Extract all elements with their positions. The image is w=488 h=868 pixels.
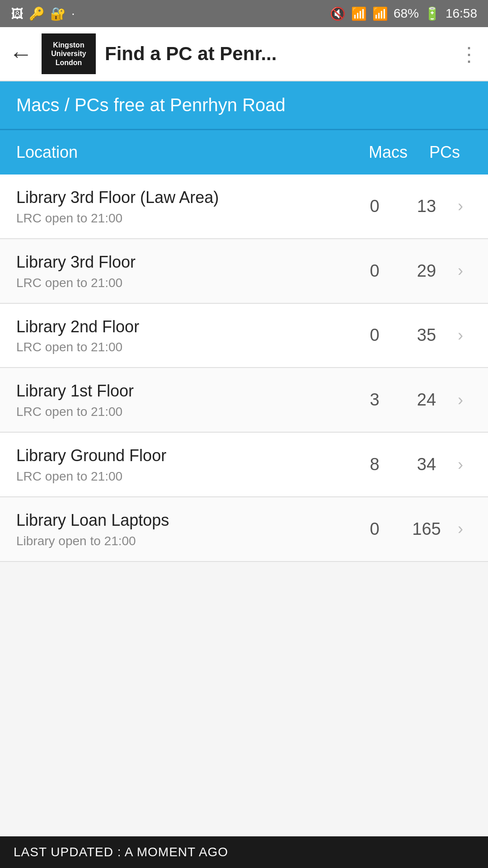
row-macs-count: 0: [345, 519, 404, 539]
location-name: Library 3rd Floor: [16, 252, 345, 273]
row-location: Library 2nd Floor LRC open to 21:00: [16, 316, 345, 355]
location-hours: LRC open to 21:00: [16, 340, 345, 354]
wifi-icon: 📶: [351, 6, 367, 21]
row-location: Library Ground Floor LRC open to 21:00: [16, 445, 345, 484]
row-pcs-count: 24: [404, 390, 449, 410]
row-pcs-count: 34: [404, 455, 449, 474]
row-location: Library Loan Laptops Library open to 21:…: [16, 510, 345, 548]
chevron-right-icon: ›: [449, 261, 472, 280]
signal-icon: 📶: [372, 6, 388, 21]
table-row[interactable]: Library 1st Floor LRC open to 21:00 3 24…: [0, 368, 488, 433]
location-hours: LRC open to 21:00: [16, 405, 345, 419]
table-row[interactable]: Library 3rd Floor (Law Area) LRC open to…: [0, 175, 488, 239]
column-header-pcs: PCs: [418, 143, 472, 162]
location-hours: LRC open to 21:00: [16, 276, 345, 290]
row-macs-count: 0: [345, 326, 404, 345]
row-location: Library 3rd Floor (Law Area) LRC open to…: [16, 187, 345, 226]
row-pcs-count: 13: [404, 197, 449, 216]
location-name: Library 2nd Floor: [16, 316, 345, 338]
footer: LAST UPDATED : A MOMENT AGO: [0, 836, 488, 868]
table-header-row: Location Macs PCs: [0, 129, 488, 175]
dot-icon: ·: [71, 6, 75, 21]
table-row[interactable]: Library 2nd Floor LRC open to 21:00 0 35…: [0, 304, 488, 368]
column-header-macs: Macs: [359, 143, 418, 162]
availability-table: Location Macs PCs Library 3rd Floor (Law…: [0, 129, 488, 836]
table-rows-container: Library 3rd Floor (Law Area) LRC open to…: [0, 175, 488, 562]
section-banner-text: Macs / PCs free at Penrhyn Road: [16, 95, 472, 115]
chevron-right-icon: ›: [449, 519, 472, 538]
row-pcs-count: 35: [404, 326, 449, 345]
battery-icon: 🔋: [424, 6, 440, 21]
row-macs-count: 3: [345, 390, 404, 410]
table-row[interactable]: Library Loan Laptops Library open to 21:…: [0, 497, 488, 562]
location-name: Library Loan Laptops: [16, 510, 345, 531]
lock-icon: 🔑: [29, 6, 45, 21]
row-location: Library 1st Floor LRC open to 21:00: [16, 381, 345, 419]
battery-percent: 68%: [394, 6, 419, 21]
time-display: 16:58: [446, 6, 477, 21]
status-left-icons: 🖼 🔑 🔐 ·: [11, 6, 75, 21]
chevron-right-icon: ›: [449, 391, 472, 410]
location-name: Library 1st Floor: [16, 381, 345, 402]
university-logo: KingstonUniversityLondon: [42, 33, 96, 74]
row-macs-count: 0: [345, 197, 404, 216]
location-name: Library 3rd Floor (Law Area): [16, 187, 345, 208]
status-bar: 🖼 🔑 🔐 · 🔇 📶 📶 68% 🔋 16:58: [0, 0, 488, 27]
column-header-location: Location: [16, 143, 359, 162]
chevron-right-icon: ›: [449, 197, 472, 216]
status-right-info: 🔇 📶 📶 68% 🔋 16:58: [330, 6, 477, 21]
row-macs-count: 0: [345, 261, 404, 281]
last-updated-text: LAST UPDATED : A MOMENT AGO: [14, 845, 228, 859]
location-name: Library Ground Floor: [16, 445, 345, 467]
mute-icon: 🔇: [330, 6, 346, 21]
back-button[interactable]: ←: [9, 40, 33, 67]
app-bar: ← KingstonUniversityLondon Find a PC at …: [0, 27, 488, 81]
table-row[interactable]: Library Ground Floor LRC open to 21:00 8…: [0, 433, 488, 497]
logo-text: KingstonUniversityLondon: [51, 41, 86, 67]
row-macs-count: 8: [345, 455, 404, 474]
table-row[interactable]: Library 3rd Floor LRC open to 21:00 0 29…: [0, 239, 488, 304]
chevron-right-icon: ›: [449, 326, 472, 345]
key-icon: 🔐: [50, 6, 66, 21]
location-hours: LRC open to 21:00: [16, 211, 345, 226]
location-hours: LRC open to 21:00: [16, 469, 345, 484]
location-hours: Library open to 21:00: [16, 534, 345, 548]
overflow-menu-button[interactable]: ⋮: [459, 42, 479, 66]
section-banner: Macs / PCs free at Penrhyn Road: [0, 81, 488, 129]
row-location: Library 3rd Floor LRC open to 21:00: [16, 252, 345, 290]
page-title: Find a PC at Penr...: [105, 43, 450, 65]
row-pcs-count: 29: [404, 261, 449, 281]
row-pcs-count: 165: [404, 519, 449, 539]
chevron-right-icon: ›: [449, 455, 472, 474]
photo-icon: 🖼: [11, 6, 23, 21]
